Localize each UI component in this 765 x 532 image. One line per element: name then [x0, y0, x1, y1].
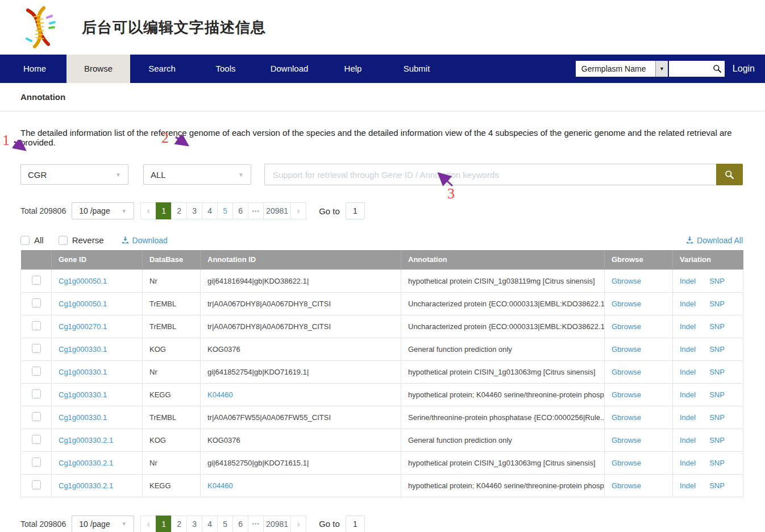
- gene-id-link[interactable]: Cg1g000330.1: [59, 345, 107, 354]
- gbrowse-link[interactable]: Gbrowse: [612, 459, 641, 467]
- page-button-4[interactable]: 4: [202, 516, 218, 532]
- indel-link[interactable]: Indel: [680, 459, 696, 467]
- row-checkbox[interactable]: [32, 321, 41, 330]
- nav-item-browse[interactable]: Browse: [66, 55, 130, 83]
- indel-link[interactable]: Indel: [680, 481, 696, 490]
- snp-link[interactable]: SNP: [709, 481, 725, 490]
- nav-item-tools[interactable]: Tools: [194, 55, 257, 83]
- search-icon[interactable]: [713, 64, 722, 73]
- gene-id-link[interactable]: Cg1g000270.1: [59, 322, 107, 331]
- snp-link[interactable]: SNP: [709, 390, 725, 399]
- row-checkbox[interactable]: [32, 435, 41, 444]
- download-all-button[interactable]: Download All: [685, 236, 743, 245]
- gene-id-link[interactable]: Cg1g000330.2.1: [59, 459, 113, 467]
- page-button-3[interactable]: 3: [186, 202, 202, 219]
- indel-link[interactable]: Indel: [680, 277, 696, 285]
- chevron-down-icon[interactable]: ▼: [655, 61, 668, 77]
- gene-id-link[interactable]: Cg1g000330.2.1: [59, 481, 113, 490]
- gene-id-link[interactable]: Cg1g000330.1: [59, 413, 107, 422]
- goto-page-input[interactable]: [346, 202, 365, 219]
- nav-search-input[interactable]: [671, 62, 712, 76]
- goto-page-input[interactable]: [346, 516, 365, 532]
- gbrowse-link[interactable]: Gbrowse: [612, 300, 641, 308]
- page-button-2[interactable]: 2: [171, 516, 187, 532]
- page-button-6[interactable]: 6: [232, 202, 248, 219]
- snp-link[interactable]: SNP: [709, 436, 725, 444]
- page-button-5[interactable]: 5: [217, 516, 233, 532]
- row-checkbox[interactable]: [32, 480, 41, 489]
- keyword-search-input[interactable]: [264, 164, 716, 185]
- next-page-button[interactable]: ›: [290, 202, 306, 219]
- page-button-4[interactable]: 4: [202, 202, 218, 219]
- page-button-1[interactable]: 1: [156, 202, 172, 219]
- indel-link[interactable]: Indel: [680, 368, 696, 376]
- row-checkbox[interactable]: [32, 298, 41, 307]
- snp-link[interactable]: SNP: [709, 345, 725, 354]
- page-button-1[interactable]: 1: [156, 516, 172, 532]
- prev-page-button[interactable]: ‹: [140, 516, 156, 532]
- indel-link[interactable]: Indel: [680, 322, 696, 331]
- table-row: Cg1g000330.2.1Nrgi|641852750|gb|KDO71615…: [21, 451, 743, 474]
- annotation-id-link[interactable]: K04460: [207, 481, 233, 490]
- nav-item-home[interactable]: Home: [3, 55, 66, 83]
- gbrowse-link[interactable]: Gbrowse: [612, 481, 641, 490]
- gene-id-link[interactable]: Cg1g000050.1: [59, 300, 107, 308]
- variation-cell: IndelSNP: [673, 474, 743, 497]
- nav-item-search[interactable]: Search: [130, 55, 194, 83]
- page-button-3[interactable]: 3: [186, 516, 202, 532]
- page-button-last[interactable]: 20981: [263, 202, 291, 219]
- download-button[interactable]: Download: [121, 236, 168, 245]
- gene-id-link[interactable]: Cg1g000330.2.1: [59, 436, 113, 444]
- prev-page-button[interactable]: ‹: [140, 202, 156, 219]
- gbrowse-link[interactable]: Gbrowse: [612, 390, 641, 399]
- keyword-search-button[interactable]: [716, 164, 743, 185]
- login-button[interactable]: Login: [733, 64, 755, 74]
- snp-link[interactable]: SNP: [709, 368, 725, 376]
- indel-link[interactable]: Indel: [680, 436, 696, 444]
- per-page-select[interactable]: 10 /page ▼: [72, 516, 134, 532]
- row-checkbox[interactable]: [32, 458, 41, 467]
- nav-item-download[interactable]: Download: [257, 55, 321, 83]
- nav-item-submit[interactable]: Submit: [385, 55, 448, 83]
- annotation-id-link[interactable]: K04460: [207, 390, 233, 399]
- page-button-last[interactable]: 20981: [263, 516, 291, 532]
- next-page-button[interactable]: ›: [290, 516, 306, 532]
- row-checkbox[interactable]: [32, 389, 41, 398]
- row-checkbox[interactable]: [32, 276, 41, 285]
- annotation-cell: Uncharacterized protein {ECO:0000313|EMB…: [401, 292, 605, 315]
- gene-id-link[interactable]: Cg1g000330.1: [59, 368, 107, 376]
- page-button-2[interactable]: 2: [171, 202, 187, 219]
- snp-link[interactable]: SNP: [709, 459, 725, 467]
- select-all-checkbox[interactable]: [20, 236, 30, 245]
- germplasm-category-select[interactable]: Germplasm Name: [576, 61, 655, 77]
- annotation-id-cell: tr|A0A067DHY8|A0A067DHY8_CITSI: [201, 292, 401, 315]
- database-select[interactable]: ALL ▼: [143, 164, 251, 185]
- row-checkbox[interactable]: [32, 412, 41, 421]
- page-button-5[interactable]: 5: [217, 202, 233, 219]
- snp-link[interactable]: SNP: [709, 277, 725, 285]
- indel-link[interactable]: Indel: [680, 413, 696, 422]
- row-checkbox[interactable]: [32, 344, 41, 353]
- gbrowse-link[interactable]: Gbrowse: [612, 413, 641, 422]
- gbrowse-link[interactable]: Gbrowse: [612, 345, 641, 354]
- gene-id-link[interactable]: Cg1g000050.1: [59, 277, 107, 285]
- snp-link[interactable]: SNP: [709, 300, 725, 308]
- gbrowse-link[interactable]: Gbrowse: [612, 368, 641, 376]
- gbrowse-link[interactable]: Gbrowse: [612, 277, 641, 285]
- indel-link[interactable]: Indel: [680, 345, 696, 354]
- per-page-select[interactable]: 10 /page ▼: [72, 202, 134, 219]
- species-select[interactable]: CGR ▼: [20, 164, 128, 185]
- gbrowse-link[interactable]: Gbrowse: [612, 322, 641, 331]
- snp-link[interactable]: SNP: [709, 322, 725, 331]
- nav-item-help[interactable]: Help: [321, 55, 385, 83]
- gbrowse-link[interactable]: Gbrowse: [612, 436, 641, 444]
- indel-link[interactable]: Indel: [680, 300, 696, 308]
- indel-link[interactable]: Indel: [680, 390, 696, 399]
- gene-id-cell: Cg1g000330.1: [52, 406, 143, 429]
- variation-cell: IndelSNP: [673, 360, 743, 383]
- row-checkbox[interactable]: [32, 367, 41, 376]
- reverse-checkbox[interactable]: [59, 236, 68, 245]
- snp-link[interactable]: SNP: [709, 413, 725, 422]
- page-button-6[interactable]: 6: [232, 516, 248, 532]
- gene-id-link[interactable]: Cg1g000330.1: [59, 390, 107, 399]
